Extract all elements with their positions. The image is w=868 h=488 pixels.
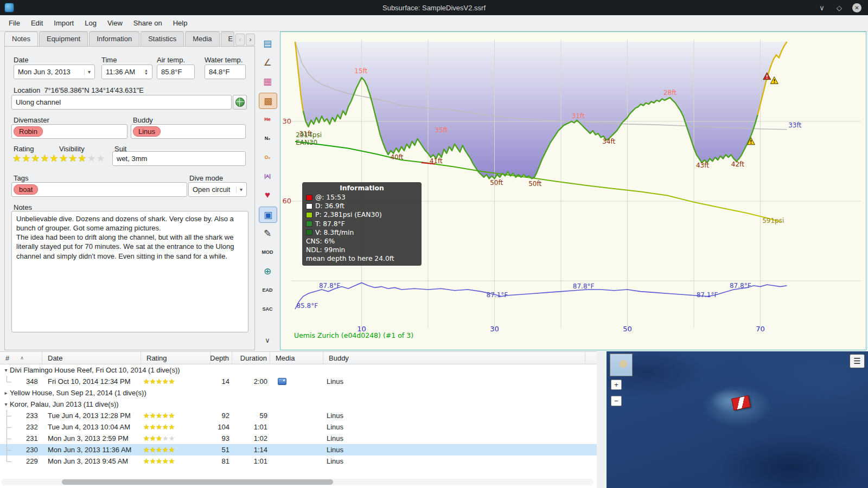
divemaster-chip[interactable]: Robin	[14, 126, 43, 137]
mod-icon[interactable]: MOD	[259, 245, 276, 260]
map-overview-inset[interactable]	[610, 354, 633, 376]
media-icon[interactable]	[278, 378, 286, 385]
star-filled-icon: ★	[31, 153, 40, 164]
menu-help[interactable]: Help	[168, 16, 193, 30]
visibility-stars[interactable]: ★★★★★	[59, 152, 106, 164]
svg-text:40ft: 40ft	[390, 153, 403, 161]
tooltip-title: Information	[306, 184, 418, 192]
chevron-down-icon[interactable]: ▾	[2, 367, 10, 373]
time-label: Time	[101, 56, 117, 64]
tissues-icon[interactable]: |A|	[259, 169, 276, 184]
star-empty-icon: ★	[97, 153, 106, 164]
horizontal-scrollbar-thumb[interactable]	[62, 479, 333, 485]
tab-e[interactable]: E	[221, 31, 234, 46]
heart-rate-icon[interactable]: ♥	[259, 188, 276, 203]
trip-row[interactable]: ▸Yellow House, Sun Sep 21, 2014 (1 dive(…	[0, 387, 597, 399]
map-zoom-out-button[interactable]: −	[611, 396, 622, 406]
trip-row[interactable]: ▾Divi Flamingo House Reef, Fri Oct 10, 2…	[0, 364, 597, 376]
location-coordinates: 7°16'58.386"N 134°14'43.631"E	[44, 86, 144, 94]
column-header-depth[interactable]: Depth	[210, 352, 232, 364]
divemaster-input[interactable]: Robin	[11, 124, 127, 139]
ceiling-icon[interactable]: ⊕	[259, 264, 276, 279]
dive-buddy: Linus	[327, 377, 343, 386]
location-input[interactable]: Ulong channel	[11, 95, 232, 110]
pp-he-icon[interactable]: He	[259, 112, 276, 127]
star-filled-icon: ★	[150, 457, 156, 465]
tags-input[interactable]: boat	[11, 182, 187, 197]
sac-icon[interactable]: SAC	[259, 301, 276, 317]
tab-equipment[interactable]: Equipment	[39, 31, 88, 46]
notes-textarea[interactable]: Unbelievable dive. Dozens and dozens of …	[11, 211, 248, 332]
suit-input[interactable]: wet, 3mm	[112, 151, 246, 166]
trip-row[interactable]: ▾Koror, Palau, Jun 2013 (11 dive(s))	[0, 399, 597, 410]
dive-computer-icon[interactable]: ▤	[259, 36, 276, 51]
dive-mode-select[interactable]: Open circuit ▾	[188, 182, 247, 197]
chevron-right-icon[interactable]: ▸	[2, 390, 10, 396]
trip-label: Koror, Palau, Jun 2013 (11 dive(s))	[10, 400, 119, 408]
dive-row-231[interactable]: 231Mon Jun 3, 2013 2:59 PM★★★★★931:02Lin…	[0, 433, 597, 444]
menu-import[interactable]: Import	[48, 16, 79, 30]
water-temp-input[interactable]: 84.8°F	[205, 65, 246, 79]
dive-row-232[interactable]: 232Tue Jun 4, 2013 10:04 AM★★★★★1041:01L…	[0, 421, 597, 433]
tab-notes[interactable]: Notes	[4, 31, 38, 47]
pp-o2-icon[interactable]: O₂	[259, 150, 276, 165]
column-header-media[interactable]: Media	[270, 352, 323, 364]
menu-log[interactable]: Log	[79, 16, 102, 30]
rating-stars[interactable]: ★★★★★	[12, 152, 59, 164]
maximize-button[interactable]: ◇	[835, 4, 844, 12]
column-header-duration[interactable]: Duration	[232, 352, 270, 364]
tab-statistics[interactable]: Statistics	[141, 31, 184, 46]
buddy-input[interactable]: Linus	[131, 124, 246, 139]
photos-toggle-icon[interactable]: ▩	[259, 93, 277, 109]
chevron-down-icon[interactable]: ▾	[2, 401, 10, 407]
legend-swatch	[306, 212, 312, 218]
minimize-button[interactable]: ∨	[818, 4, 826, 12]
dive-row-230[interactable]: 230Mon Jun 3, 2013 11:36 AM★★★★★511:14Li…	[0, 444, 597, 455]
dive-profile-chart[interactable]: 31ft15ft40ft41ft35ft50ft50ft31ft34ft28ft…	[280, 31, 866, 350]
picture-toggle-icon[interactable]: ▣	[259, 207, 277, 223]
legend-swatch	[306, 229, 312, 235]
menu-share-on[interactable]: Share on	[128, 16, 168, 30]
star-filled-icon: ★	[50, 153, 59, 164]
close-button[interactable]: ✕	[852, 3, 861, 12]
menu-file[interactable]: File	[3, 16, 25, 30]
tank-bar-icon[interactable]: ✎	[259, 226, 276, 241]
dive-site-marker[interactable]	[731, 395, 751, 410]
tab-information[interactable]: Information	[89, 31, 139, 46]
map-lookup-button[interactable]	[233, 95, 247, 110]
menu-view[interactable]: View	[102, 16, 128, 30]
column-header-buddy[interactable]: Buddy	[323, 352, 585, 364]
air-temp-input[interactable]: 85.8°F	[157, 65, 195, 79]
star-filled-icon: ★	[143, 446, 150, 454]
star-filled-icon: ★	[156, 423, 162, 431]
tab-media[interactable]: Media	[185, 31, 219, 46]
grid-icon[interactable]: ▦	[259, 74, 276, 89]
map-zoom-in-button[interactable]: +	[611, 380, 622, 390]
tab-scroll-right-button[interactable]: ›	[246, 34, 255, 46]
ruler-icon[interactable]: ∠	[259, 55, 276, 70]
svg-text:50: 50	[623, 325, 632, 333]
tree-branch	[12, 376, 26, 387]
map-menu-button[interactable]: ☰	[850, 354, 865, 368]
tag-chip[interactable]: boat	[14, 184, 38, 195]
dive-row-233[interactable]: 233Tue Jun 4, 2013 12:28 PM★★★★★9259Linu…	[0, 410, 597, 421]
tooltip-row: T: 87.8°F	[306, 220, 418, 228]
time-input[interactable]: 11:36 AM ▲▼	[101, 65, 152, 79]
pp-n2-icon[interactable]: N₂	[259, 131, 276, 146]
column-header-date[interactable]: Date	[42, 352, 141, 364]
dive-row-348[interactable]: 348Fri Oct 10, 2014 12:34 PM★★★★★142:00L…	[0, 376, 597, 387]
buddy-chip[interactable]: Linus	[133, 126, 161, 137]
dive-site-map[interactable]: + − ☰	[607, 351, 868, 488]
horizontal-scrollbar[interactable]	[1, 479, 593, 485]
spinner-arrows-icon[interactable]: ▲▼	[144, 69, 148, 75]
visibility-label: Visibility	[59, 145, 85, 153]
tab-scroll-left-button[interactable]: ‹	[235, 34, 245, 46]
ead-icon[interactable]: EAD	[259, 282, 276, 298]
column-header-rating[interactable]: Rating	[141, 352, 210, 364]
dive-row-229[interactable]: 229Mon Jun 3, 2013 9:45 AM★★★★★811:01Lin…	[0, 455, 597, 467]
menu-edit[interactable]: Edit	[25, 16, 48, 30]
date-input[interactable]: Mon Jun 3, 2013 ▾	[14, 65, 95, 79]
collapse-chevron-icon[interactable]: ∨	[260, 336, 275, 347]
column-header-num[interactable]: #∧	[0, 352, 42, 364]
star-filled-icon: ★	[162, 423, 169, 431]
